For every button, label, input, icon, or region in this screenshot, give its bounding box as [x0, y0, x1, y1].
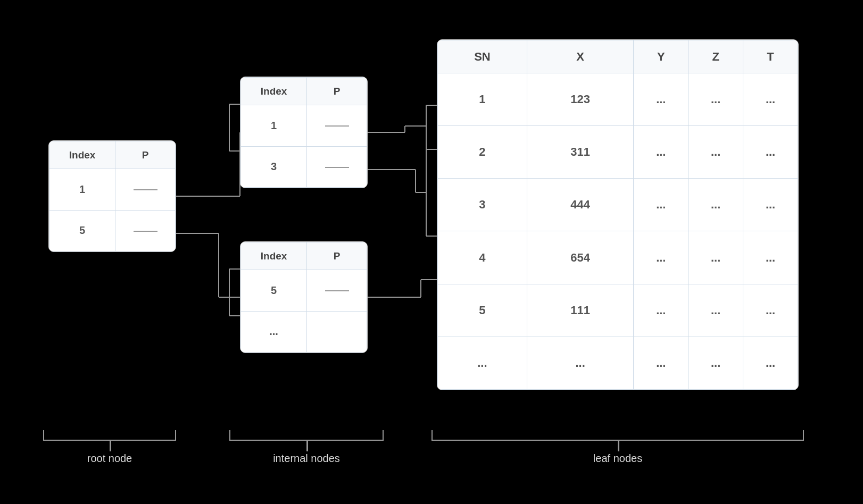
diagram-container: Index P 1 5	[0, 0, 863, 504]
leaf-r1-t: ...	[743, 73, 798, 126]
internal-top-row1-pointer	[307, 105, 367, 147]
root-header-index: Index	[49, 141, 115, 169]
root-row2-index: 5	[49, 210, 115, 251]
leaf-header-t: T	[743, 40, 798, 73]
bracket-internal-label: internal nodes	[224, 452, 389, 465]
leaf-r2-sn: 2	[438, 126, 527, 179]
pointer-line	[325, 167, 349, 168]
table-row: 1 123 ... ... ...	[438, 73, 798, 126]
leaf-header-x: X	[527, 40, 634, 73]
table-row: ... ... ... ... ...	[438, 337, 798, 389]
internal-top-row2-index: 3	[241, 146, 307, 188]
leaf-r4-t: ...	[743, 231, 798, 284]
table-row: 5	[241, 270, 367, 312]
table-row: 3	[241, 146, 367, 188]
leaf-r5-x: 111	[527, 284, 634, 337]
root-row2-pointer	[115, 210, 176, 251]
bracket-internal-tick	[306, 441, 308, 451]
internal-top-header-index: Index	[241, 78, 307, 105]
leaf-r3-x: 444	[527, 179, 634, 231]
table-row: ...	[241, 311, 367, 352]
leaf-r1-z: ...	[688, 73, 743, 126]
leaf-r5-y: ...	[634, 284, 688, 337]
internal-node-top: Index P 1 3	[240, 77, 368, 188]
root-row1-pointer	[115, 169, 176, 211]
table-row: 3 444 ... ... ...	[438, 179, 798, 231]
leaf-header-sn: SN	[438, 40, 527, 73]
leaf-r6-sn: ...	[438, 337, 527, 389]
pointer-line	[325, 290, 349, 291]
leaf-r6-z: ...	[688, 337, 743, 389]
root-node: Index P 1 5	[48, 140, 176, 252]
internal-bottom-header-p: P	[307, 242, 367, 270]
leaf-header-y: Y	[634, 40, 688, 73]
internal-top-header-p: P	[307, 78, 367, 105]
leaf-r1-sn: 1	[438, 73, 527, 126]
leaf-r3-sn: 3	[438, 179, 527, 231]
leaf-r1-y: ...	[634, 73, 688, 126]
leaf-r3-z: ...	[688, 179, 743, 231]
bracket-root-label: root node	[38, 452, 181, 465]
leaf-r3-y: ...	[634, 179, 688, 231]
leaf-r5-t: ...	[743, 284, 798, 337]
leaf-r3-t: ...	[743, 179, 798, 231]
table-row: 5	[49, 210, 176, 251]
bracket-root-line	[43, 430, 176, 441]
table-row: 2 311 ... ... ...	[438, 126, 798, 179]
table-row: 5 111 ... ... ...	[438, 284, 798, 337]
internal-top-row1-index: 1	[241, 105, 307, 147]
pointer-line	[134, 189, 157, 190]
leaf-r5-z: ...	[688, 284, 743, 337]
leaf-r1-x: 123	[527, 73, 634, 126]
table-row: 1	[241, 105, 367, 147]
bracket-leaf-tick	[618, 441, 619, 451]
pointer-line	[325, 125, 349, 127]
leaf-r4-y: ...	[634, 231, 688, 284]
root-header-p: P	[115, 141, 176, 169]
internal-bottom-row1-pointer	[307, 270, 367, 312]
bracket-leaf-line	[432, 430, 804, 441]
diagram-inner: Index P 1 5	[32, 23, 831, 481]
leaf-r2-z: ...	[688, 126, 743, 179]
leaf-r6-y: ...	[634, 337, 688, 389]
bracket-root-tick	[110, 441, 111, 451]
internal-bottom-row2-index: ...	[241, 311, 307, 352]
leaf-r6-t: ...	[743, 337, 798, 389]
internal-node-bottom: Index P 5 ...	[240, 241, 368, 353]
table-row: 1	[49, 169, 176, 211]
leaf-r2-y: ...	[634, 126, 688, 179]
leaf-header-z: Z	[688, 40, 743, 73]
root-row1-index: 1	[49, 169, 115, 211]
pointer-line	[134, 231, 157, 232]
leaf-r6-x: ...	[527, 337, 634, 389]
leaf-r4-x: 654	[527, 231, 634, 284]
leaf-r2-t: ...	[743, 126, 798, 179]
leaf-node: SN X Y Z T 1 123 ... ... ...	[437, 39, 799, 390]
leaf-r4-sn: 4	[438, 231, 527, 284]
table-row: 4 654 ... ... ...	[438, 231, 798, 284]
leaf-r4-z: ...	[688, 231, 743, 284]
bracket-internal-line	[229, 430, 384, 441]
internal-top-row2-pointer	[307, 146, 367, 188]
internal-bottom-row2-p	[307, 311, 367, 352]
bracket-leaf-label: leaf nodes	[426, 452, 809, 465]
internal-bottom-row1-index: 5	[241, 270, 307, 312]
internal-bottom-header-index: Index	[241, 242, 307, 270]
leaf-r2-x: 311	[527, 126, 634, 179]
leaf-r5-sn: 5	[438, 284, 527, 337]
